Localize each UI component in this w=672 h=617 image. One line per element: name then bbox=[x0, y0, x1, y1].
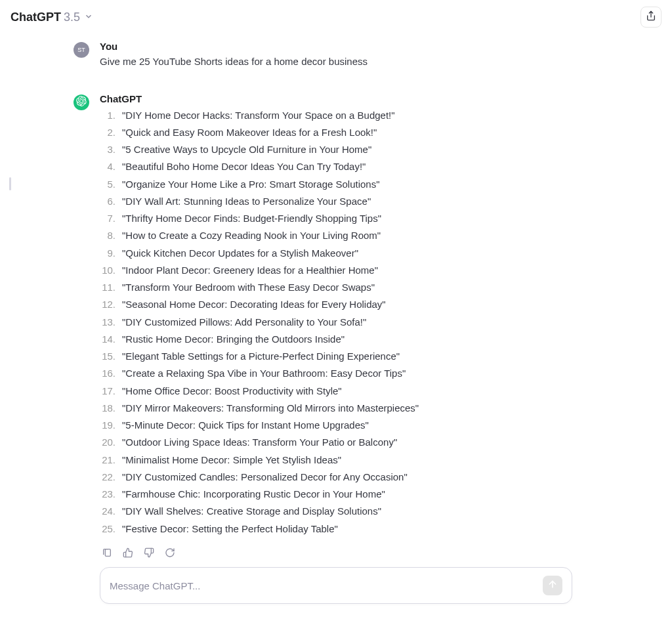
message-input-box[interactable] bbox=[100, 567, 572, 604]
user-message-text: Give me 25 YouTube Shorts ideas for a ho… bbox=[100, 54, 598, 70]
conversation: ST You Give me 25 YouTube Shorts ideas f… bbox=[34, 37, 638, 564]
list-item: "Farmhouse Chic: Incorporating Rustic De… bbox=[100, 486, 598, 503]
thumbs-up-icon bbox=[123, 547, 133, 561]
assistant-label: ChatGPT bbox=[100, 93, 598, 104]
chatgpt-avatar bbox=[74, 95, 89, 110]
ideas-list: "DIY Home Decor Hacks: Transform Your Sp… bbox=[100, 107, 598, 538]
share-button[interactable] bbox=[640, 7, 662, 28]
list-item: "Elegant Table Settings for a Picture-Pe… bbox=[100, 348, 598, 365]
list-item: "Transform Your Bedroom with These Easy … bbox=[100, 279, 598, 296]
list-item: "Organize Your Home Like a Pro: Smart St… bbox=[100, 176, 598, 193]
clipboard-icon bbox=[102, 547, 112, 561]
list-item: "Create a Relaxing Spa Vibe in Your Bath… bbox=[100, 365, 598, 382]
message-actions bbox=[101, 548, 598, 560]
thumbs-down-icon bbox=[144, 547, 154, 561]
message-input[interactable] bbox=[110, 580, 543, 591]
user-avatar: ST bbox=[74, 42, 89, 58]
share-icon bbox=[646, 11, 656, 24]
list-item: "Quick and Easy Room Makeover Ideas for … bbox=[100, 124, 598, 141]
list-item: "DIY Home Decor Hacks: Transform Your Sp… bbox=[100, 107, 598, 124]
regenerate-button[interactable] bbox=[164, 548, 176, 560]
sidebar-toggle-handle[interactable] bbox=[9, 177, 11, 190]
arrow-up-icon bbox=[547, 579, 558, 592]
model-name: ChatGPT bbox=[10, 11, 61, 24]
user-message: ST You Give me 25 YouTube Shorts ideas f… bbox=[74, 37, 598, 74]
chevron-down-icon bbox=[84, 11, 93, 24]
list-item: "Beautiful Boho Home Decor Ideas You Can… bbox=[100, 158, 598, 175]
list-item: "DIY Customized Candles: Personalized De… bbox=[100, 469, 598, 486]
user-avatar-initials: ST bbox=[77, 47, 85, 53]
chatgpt-logo-icon bbox=[76, 96, 87, 109]
list-item: "5-Minute Decor: Quick Tips for Instant … bbox=[100, 417, 598, 434]
list-item: "Seasonal Home Decor: Decorating Ideas f… bbox=[100, 296, 598, 313]
send-button[interactable] bbox=[543, 576, 562, 595]
header: ChatGPT 3.5 bbox=[0, 0, 672, 34]
model-selector[interactable]: ChatGPT 3.5 bbox=[10, 11, 93, 24]
list-item: "Quick Kitchen Decor Updates for a Styli… bbox=[100, 245, 598, 262]
refresh-icon bbox=[165, 547, 175, 561]
list-item: "DIY Wall Shelves: Creative Storage and … bbox=[100, 503, 598, 520]
list-item: "DIY Mirror Makeovers: Transforming Old … bbox=[100, 400, 598, 417]
list-item: "Outdoor Living Space Ideas: Transform Y… bbox=[100, 434, 598, 451]
assistant-message: ChatGPT "DIY Home Decor Hacks: Transform… bbox=[74, 89, 598, 564]
list-item: "DIY Wall Art: Stunning Ideas to Persona… bbox=[100, 193, 598, 210]
assistant-message-content: ChatGPT "DIY Home Decor Hacks: Transform… bbox=[100, 93, 598, 560]
list-item: "Festive Decor: Setting the Perfect Holi… bbox=[100, 521, 598, 538]
list-item: "DIY Customized Pillows: Add Personality… bbox=[100, 314, 598, 331]
thumbs-up-button[interactable] bbox=[122, 548, 134, 560]
list-item: "How to Create a Cozy Reading Nook in Yo… bbox=[100, 227, 598, 244]
list-item: "5 Creative Ways to Upcycle Old Furnitur… bbox=[100, 141, 598, 158]
svg-rect-1 bbox=[105, 549, 110, 556]
copy-button[interactable] bbox=[101, 548, 113, 560]
list-item: "Thrifty Home Decor Finds: Budget-Friend… bbox=[100, 210, 598, 227]
list-item: "Home Office Decor: Boost Productivity w… bbox=[100, 383, 598, 400]
list-item: "Indoor Plant Decor: Greenery Ideas for … bbox=[100, 262, 598, 279]
user-label: You bbox=[100, 41, 598, 52]
model-version: 3.5 bbox=[64, 11, 80, 24]
list-item: "Rustic Home Decor: Bringing the Outdoor… bbox=[100, 331, 598, 348]
user-message-content: You Give me 25 YouTube Shorts ideas for … bbox=[100, 41, 598, 70]
thumbs-down-button[interactable] bbox=[143, 548, 155, 560]
message-input-container bbox=[100, 567, 572, 604]
list-item: "Minimalist Home Decor: Simple Yet Styli… bbox=[100, 452, 598, 469]
